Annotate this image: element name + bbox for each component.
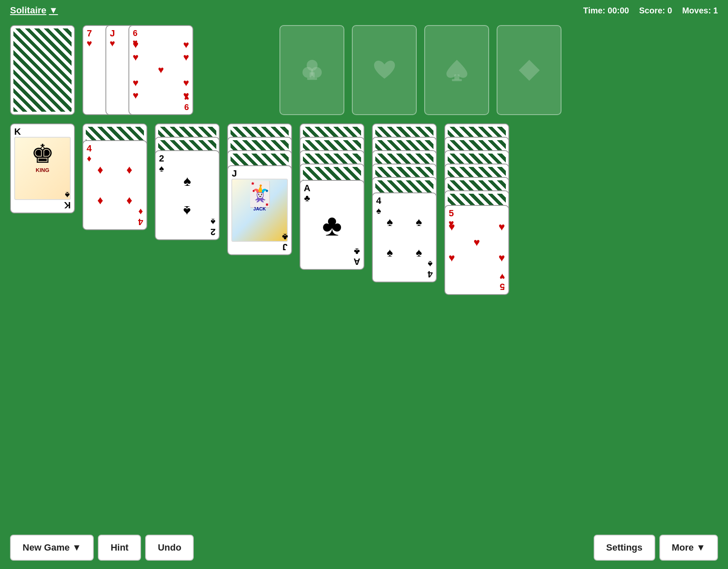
moves-stat: Moves: 1 [682,6,718,15]
hint-button[interactable]: Hint [98,535,141,561]
foundation-hearts[interactable] [352,25,417,115]
new-game-button[interactable]: New Game ▼ [10,535,94,561]
rank-2s-br: 2♠ [210,217,215,237]
stock-back-pattern [11,26,74,114]
tableau-col3-2s[interactable]: 2♠ ♠ ♠ 2♠ [155,150,220,240]
diamonds-icon [517,58,542,83]
title-text: Solitaire [10,5,46,16]
game-title[interactable]: Solitaire ▼ [10,5,58,16]
undo-button[interactable]: Undo [145,535,194,561]
tableau-col-3: 2♠ ♠ ♠ 2♠ [155,123,220,333]
svg-rect-4 [307,78,317,80]
rank-ac-tl: A♣ [304,183,310,203]
tableau-col-5: A♣ ♣ A♣ [300,123,364,387]
time-stat: Time: 00:00 [583,6,629,15]
settings-button[interactable]: Settings [594,535,655,561]
tableau-col6-4s[interactable]: 4♠ ♠ ♠ ♠ ♠ 4♠ [372,192,437,282]
tableau-col7-5h[interactable]: 5♥ ♥ ♥ ♥ ♥ ♥ 5♥ [444,205,509,295]
title-chevron: ▼ [49,5,58,16]
tableau-col-4: J♣ 🃏 JACK J♣ [227,123,292,366]
tableau: K♠ ♚ KING K♠ 4♦ ♦ ♦ ♦ [10,123,718,454]
toolbar: New Game ▼ Hint Undo Settings More ▼ [0,535,728,561]
score-stat: Score: 0 [639,6,672,15]
foundation-diamonds[interactable] [497,25,561,115]
clubs-icon [300,58,325,83]
king-spades-card[interactable]: K♠ ♚ KING K♠ [10,123,75,213]
rank-jh: J♥ [110,28,115,49]
header: Solitaire ▼ Time: 00:00 Score: 0 Moves: … [0,0,728,21]
tableau-col2-4d[interactable]: 4♦ ♦ ♦ ♦ ♦ 4♦ [82,140,147,230]
svg-rect-3 [310,72,315,78]
rank-7h: 7♥ [87,28,92,49]
header-stats: Time: 00:00 Score: 0 Moves: 1 [583,6,718,15]
rank-9h-br: 9♥ [184,93,189,112]
rank-jc-br: J♣ [282,232,288,252]
foundation-spades[interactable] [424,25,489,115]
rank-ks-br: K♠ [64,190,71,210]
tableau-col5-ac[interactable]: A♣ ♣ A♣ [300,180,364,270]
rank-4d-br: 4♦ [138,207,143,227]
toolbar-right: Settings More ▼ [594,535,718,561]
rank-4s-br: 4♠ [428,259,433,279]
svg-point-2 [307,60,318,71]
svg-rect-6 [452,79,462,81]
stock-pile[interactable] [10,25,75,115]
tableau-col4-jc[interactable]: J♣ 🃏 JACK J♣ [227,165,292,255]
rank-5h-br: 5♥ [500,272,505,292]
top-row: 7♥ 7♥ J♥ J♥ 6♥ ♥ ♥ ♥ ♥ [10,25,718,115]
more-button[interactable]: More ▼ [659,535,718,561]
hearts-icon [372,58,397,83]
rank-ac-br: A♣ [354,246,360,267]
spades-icon [444,58,469,83]
waste-pile[interactable]: 7♥ 7♥ J♥ J♥ 6♥ ♥ ♥ ♥ ♥ [82,25,200,115]
toolbar-left: New Game ▼ Hint Undo [10,535,194,561]
tableau-col-7: 5♥ ♥ ♥ ♥ ♥ ♥ 5♥ [444,123,509,454]
svg-marker-7 [519,60,540,81]
game-area: 7♥ 7♥ J♥ J♥ 6♥ ♥ ♥ ♥ ♥ [0,21,728,458]
waste-card-9h[interactable]: 6♥ ♥ ♥ ♥ ♥ ♥ ♥ ♥ [128,25,193,115]
tableau-col-2: 4♦ ♦ ♦ ♦ ♦ 4♦ [82,123,147,303]
svg-rect-5 [454,74,459,79]
foundation-clubs[interactable] [279,25,344,115]
tableau-col-1: K♠ ♚ KING K♠ [10,123,75,213]
tableau-col-6: 4♠ ♠ ♠ ♠ ♠ 4♠ [372,123,437,416]
